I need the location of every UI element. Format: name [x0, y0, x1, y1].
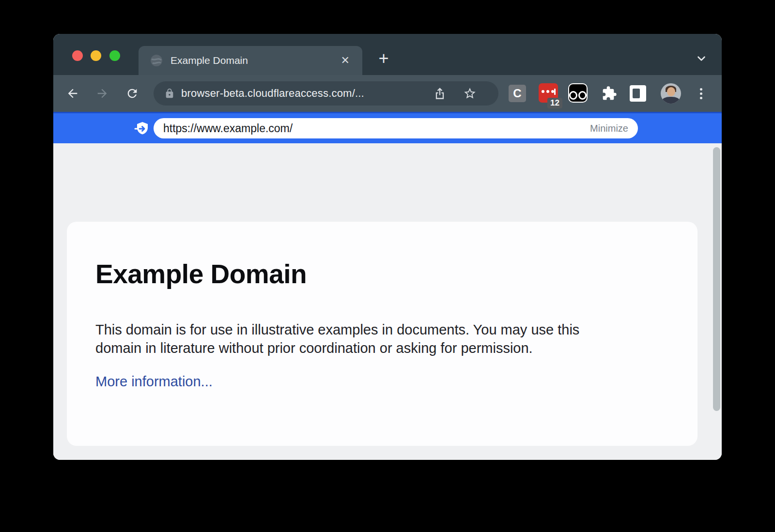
tab-strip: Example Domain ✕ +	[53, 34, 722, 75]
address-bar[interactable]: browser-beta.cloudflareaccess.com/...	[154, 81, 498, 106]
minimize-banner-button[interactable]: Minimize	[590, 123, 628, 134]
lens-icon	[569, 91, 577, 100]
browser-window: Example Domain ✕ +	[53, 34, 722, 460]
window-minimize-button[interactable]	[91, 50, 101, 61]
page-viewport: Example Domain This domain is for use in…	[53, 143, 722, 460]
side-panel-button[interactable]	[630, 85, 646, 102]
share-button[interactable]	[433, 87, 447, 102]
share-icon	[433, 87, 447, 100]
extension-c-button[interactable]: C	[509, 85, 526, 102]
shield-arrow-icon	[134, 121, 151, 137]
globe-favicon-icon	[150, 54, 163, 67]
password-manager-extension-button[interactable]: 12	[539, 83, 558, 103]
avatar-face	[667, 87, 675, 96]
profile-avatar[interactable]	[661, 83, 681, 104]
tab-close-button[interactable]: ✕	[339, 54, 352, 67]
forward-button[interactable]	[95, 87, 109, 100]
paragraph-line: This domain is for use in illustrative e…	[95, 320, 579, 339]
window-close-button[interactable]	[72, 50, 83, 61]
more-information-link[interactable]: More information...	[95, 374, 213, 390]
navigation-toolbar: browser-beta.cloudflareaccess.com/... C	[53, 75, 722, 112]
chevron-down-icon	[695, 52, 708, 65]
lock-icon	[164, 88, 175, 99]
browser-menu-button[interactable]	[696, 85, 706, 102]
paragraph-line: domain in literature without prior coord…	[95, 339, 579, 357]
remote-url-value: https://www.example.com/	[163, 122, 590, 135]
extensions-menu-button[interactable]	[602, 86, 617, 101]
window-zoom-button[interactable]	[109, 50, 120, 61]
remote-url-input[interactable]: https://www.example.com/ Minimize	[154, 118, 638, 138]
arrow-right-icon	[95, 87, 109, 100]
reload-icon	[125, 87, 139, 100]
avatar-shoulders	[662, 97, 680, 104]
star-icon	[463, 87, 477, 100]
reload-button[interactable]	[125, 87, 139, 100]
side-panel-icon	[633, 89, 640, 98]
tab-example-domain[interactable]: Example Domain ✕	[139, 46, 362, 75]
isolation-banner: https://www.example.com/ Minimize	[53, 112, 722, 143]
vertical-scrollbar-thumb[interactable]	[713, 147, 720, 411]
new-tab-button[interactable]: +	[374, 49, 393, 68]
recorder-extension-button[interactable]	[568, 83, 588, 103]
lens-icon	[578, 91, 587, 100]
tab-title: Example Domain	[170, 55, 339, 66]
page-title: Example Domain	[95, 258, 307, 289]
arrow-left-icon	[66, 87, 79, 100]
kebab-menu-icon	[700, 88, 702, 91]
password-cursor-icon	[554, 89, 556, 95]
content-card: Example Domain This domain is for use in…	[67, 222, 698, 446]
page-paragraph: This domain is for use in illustrative e…	[95, 320, 579, 357]
screen: Example Domain ✕ +	[0, 0, 775, 532]
bookmark-button[interactable]	[463, 87, 477, 102]
tab-search-button[interactable]	[692, 49, 711, 68]
password-dots-icon	[542, 90, 554, 93]
password-count-badge: 12	[547, 98, 562, 108]
back-button[interactable]	[66, 87, 79, 100]
address-bar-url: browser-beta.cloudflareaccess.com/...	[181, 87, 364, 100]
puzzle-icon	[602, 86, 617, 101]
